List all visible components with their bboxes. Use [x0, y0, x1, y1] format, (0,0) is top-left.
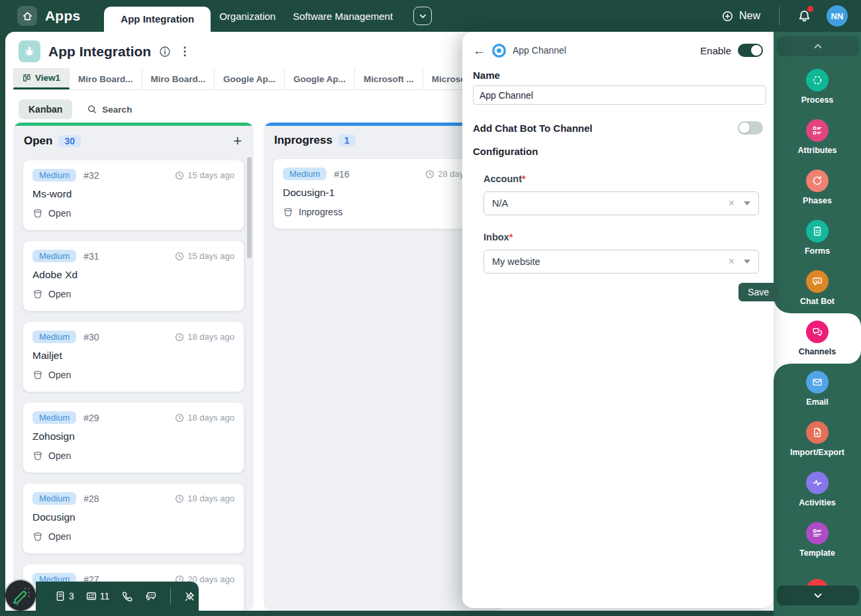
bucket-icon — [32, 289, 43, 299]
sidebar-item-label: Forms — [805, 246, 830, 256]
home-button[interactable] — [17, 6, 37, 26]
card-adobe-xd[interactable]: Medium#31 15 days ago Adobe Xd Open — [23, 240, 244, 311]
sidebar-item-attributes[interactable]: Attributes — [774, 112, 861, 162]
attributes-icon — [806, 119, 829, 142]
card-status: Open — [32, 289, 234, 299]
channels-icon — [806, 321, 829, 343]
view-tabs: View1 Miro Board... Miro Board... Google… — [13, 69, 490, 90]
sidebar-scroll-down-button[interactable] — [777, 586, 859, 605]
topbar-divider — [779, 7, 780, 25]
card-title: Ms-word — [32, 188, 234, 200]
more-options-icon[interactable]: ⋮ — [179, 46, 190, 57]
card-age: 18 days ago — [175, 413, 234, 423]
tab-google-ap-2[interactable]: Google Ap... — [285, 68, 355, 89]
phone-button[interactable] — [121, 590, 133, 603]
sidebar-item-activities[interactable]: Activities — [774, 464, 861, 515]
dock-divider — [170, 588, 171, 604]
card-age: 15 days ago — [175, 170, 234, 180]
enable-label: Enable — [700, 45, 731, 56]
card-docusign[interactable]: Medium#28 18 days ago Docusign Open — [23, 483, 244, 554]
chatbot-row: Add Chat Bot To Channel — [473, 121, 763, 134]
card-number: #31 — [83, 251, 99, 262]
tab-label: Microsoft ... — [364, 74, 414, 84]
view-mode-chip[interactable]: Kanban — [19, 99, 72, 119]
new-button-label: New — [739, 10, 760, 22]
required-marker: * — [509, 232, 513, 242]
card-age: 18 days ago — [175, 332, 234, 342]
search-box[interactable] — [87, 104, 181, 115]
card-title: Docusign-1 — [283, 187, 485, 199]
card-ms-word[interactable]: Medium#32 15 days ago Ms-word Open — [23, 160, 244, 231]
configuration-label: Configuration — [473, 146, 763, 157]
tab-label: Google Ap... — [293, 74, 346, 84]
tab-miro-board-2[interactable]: Miro Board... — [142, 68, 215, 89]
clear-icon[interactable]: × — [729, 256, 734, 267]
sidebar-item-label: Attributes — [797, 146, 836, 155]
sidebar-item-label: Phases — [803, 196, 832, 205]
sidebar-item-phases[interactable]: Phases — [774, 162, 861, 213]
info-icon[interactable] — [159, 46, 171, 58]
sidebar-item-template[interactable]: Template — [774, 515, 861, 565]
tab-miro-board-1[interactable]: Miro Board... — [70, 68, 142, 89]
card-status: Open — [32, 450, 234, 461]
bucket-icon — [32, 370, 43, 380]
user-avatar[interactable]: NN — [827, 5, 848, 26]
nav-overflow-button[interactable] — [413, 7, 432, 25]
tab-label: Miro Board... — [151, 74, 206, 84]
notes-button[interactable]: 3 — [54, 590, 74, 602]
priority-badge: Medium — [32, 411, 76, 424]
panel-title: App Channel — [513, 45, 566, 56]
bottom-dock: 3 11 — [5, 580, 199, 611]
sidebar-scroll-up-button[interactable] — [777, 36, 859, 56]
clock-icon — [175, 252, 184, 261]
inbox-field-group: Inbox* My website × — [483, 232, 759, 274]
sidebar-item-channels[interactable]: Channels — [774, 313, 861, 364]
sidebar-item-label: Activities — [799, 498, 836, 507]
tab-microsoft-1[interactable]: Microsoft ... — [355, 68, 423, 89]
tab-google-ap-1[interactable]: Google Ap... — [215, 68, 285, 89]
topbar-right-group: New NN — [721, 5, 848, 26]
card-number: #28 — [83, 493, 99, 504]
activities-icon — [806, 472, 829, 494]
clock-icon — [175, 494, 184, 503]
priority-badge: Medium — [32, 331, 76, 343]
chat-button[interactable] — [144, 590, 158, 603]
add-card-button[interactable]: + — [233, 134, 242, 148]
sidebar-item-import-export[interactable]: Import/Export — [774, 414, 861, 464]
sidebar-item-forms[interactable]: Forms — [774, 213, 861, 263]
priority-badge: Medium — [32, 169, 76, 181]
unpin-button[interactable] — [183, 590, 196, 603]
search-input[interactable] — [102, 105, 181, 115]
back-arrow-icon[interactable]: ← — [473, 44, 485, 57]
save-button[interactable]: Save — [738, 283, 778, 301]
chatbot-toggle[interactable] — [738, 121, 763, 134]
nav-tab-organization[interactable]: Organization — [211, 11, 284, 22]
dropdown-caret-icon[interactable] — [744, 260, 750, 264]
nav-tab-software-management[interactable]: Software Management — [284, 11, 401, 22]
contacts-button[interactable]: 11 — [85, 590, 110, 602]
card-mailjet[interactable]: Medium#30 18 days ago Mailjet Open — [23, 321, 244, 392]
card-docusign-1[interactable]: Medium#16 28 days ago Docusign-1 Inprogr… — [273, 158, 495, 229]
plus-circle-icon — [721, 10, 734, 23]
inbox-select[interactable]: My website × — [483, 250, 759, 274]
account-select[interactable]: N/A × — [483, 191, 759, 215]
card-zohosign[interactable]: Medium#29 18 days ago Zohosign Open — [23, 402, 244, 473]
name-input[interactable] — [473, 85, 766, 105]
edit-handle-button[interactable] — [5, 580, 36, 611]
sidebar-item-label: Email — [806, 397, 828, 407]
dock-toolbar: 3 11 — [36, 582, 199, 611]
clear-icon[interactable]: × — [729, 198, 734, 209]
nav-tab-app-integration[interactable]: App Integration — [104, 7, 211, 32]
column-count-badge: 30 — [58, 135, 81, 147]
tab-view1[interactable]: View1 — [13, 68, 70, 89]
enable-toggle[interactable] — [738, 44, 763, 57]
card-status: Inprogress — [283, 207, 485, 217]
card-status: Open — [32, 370, 234, 380]
sidebar-item-email[interactable]: Email — [774, 364, 861, 414]
notifications-button[interactable] — [797, 9, 812, 24]
new-button[interactable]: New — [721, 10, 760, 23]
chatbot-label: Add Chat Bot To Channel — [473, 123, 593, 134]
dropdown-caret-icon[interactable] — [744, 201, 750, 205]
sidebar-item-process[interactable]: Process — [774, 62, 861, 112]
column-scrollbar[interactable] — [247, 157, 252, 258]
